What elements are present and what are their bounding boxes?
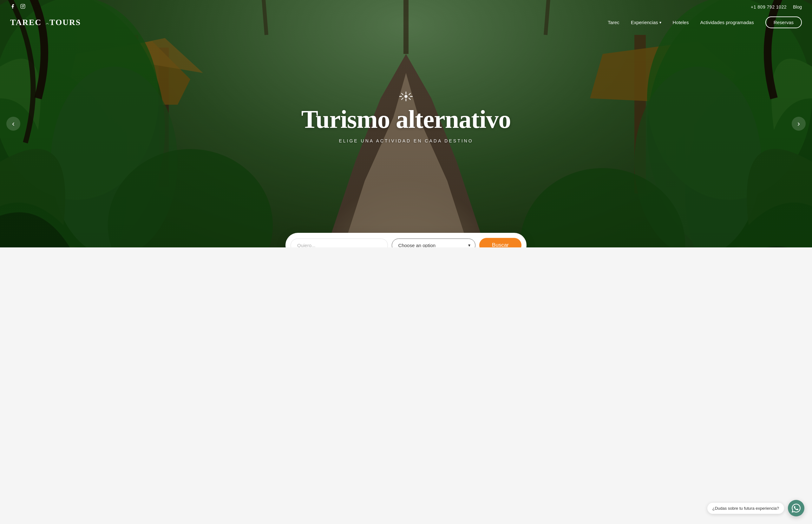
- below-fold: [0, 247, 812, 311]
- carousel-next-button[interactable]: ›: [792, 117, 806, 131]
- logo-text: TAREC TOURS: [10, 18, 81, 27]
- svg-rect-0: [21, 4, 25, 8]
- reservas-button[interactable]: Reservas: [765, 16, 802, 28]
- phone-number: +1 809 792 1022: [751, 4, 786, 10]
- svg-line-48: [401, 98, 403, 100]
- svg-point-42: [404, 95, 408, 98]
- search-input[interactable]: [291, 239, 388, 248]
- instagram-link[interactable]: [20, 4, 26, 10]
- nav-tarec[interactable]: Tarec: [608, 20, 619, 25]
- hero-content: Turismo alternativo ELIGE UNA ACTIVIDAD …: [301, 91, 511, 143]
- search-bar-wrapper: Choose an option Playa Montaña Ciudad Av…: [285, 233, 527, 247]
- blog-link[interactable]: Blog: [793, 4, 802, 10]
- search-button[interactable]: Buscar: [479, 238, 521, 247]
- hero-subtitle: ELIGE UNA ACTIVIDAD EN CADA DESTINO: [301, 138, 511, 143]
- social-links: [10, 4, 26, 10]
- svg-line-45: [401, 93, 403, 95]
- top-bar: +1 809 792 1022 Blog: [0, 0, 812, 14]
- svg-point-1: [22, 5, 23, 7]
- svg-line-47: [409, 93, 411, 95]
- nav-links: Tarec Experiencias ▾ Hoteles Actividades…: [608, 16, 802, 28]
- svg-line-46: [409, 98, 411, 100]
- facebook-link[interactable]: [10, 4, 15, 10]
- search-bar: Choose an option Playa Montaña Ciudad Av…: [285, 233, 527, 247]
- experiencias-chevron-icon: ▾: [660, 20, 661, 25]
- hero-deco-icon: [398, 91, 414, 101]
- svg-point-2: [24, 5, 24, 5]
- svg-line-4: [48, 23, 48, 24]
- svg-line-3: [46, 23, 47, 24]
- option-select-wrapper: Choose an option Playa Montaña Ciudad Av…: [392, 239, 476, 248]
- carousel-prev-button[interactable]: ‹: [6, 117, 20, 131]
- top-bar-right: +1 809 792 1022 Blog: [751, 4, 802, 10]
- option-select[interactable]: Choose an option Playa Montaña Ciudad Av…: [392, 239, 476, 248]
- hero-section: ‹ › Turismo alternativo ELIGE UNA ACTIVI…: [0, 0, 812, 247]
- navbar: TAREC TOURS Tarec Experiencias ▾ Hoteles…: [0, 13, 812, 32]
- nav-actividades[interactable]: Actividades programadas: [700, 20, 753, 25]
- hero-title: Turismo alternativo: [301, 105, 511, 133]
- nav-hoteles[interactable]: Hoteles: [673, 20, 689, 25]
- nav-experiencias[interactable]: Experiencias ▾: [631, 20, 661, 25]
- logo[interactable]: TAREC TOURS: [10, 18, 81, 27]
